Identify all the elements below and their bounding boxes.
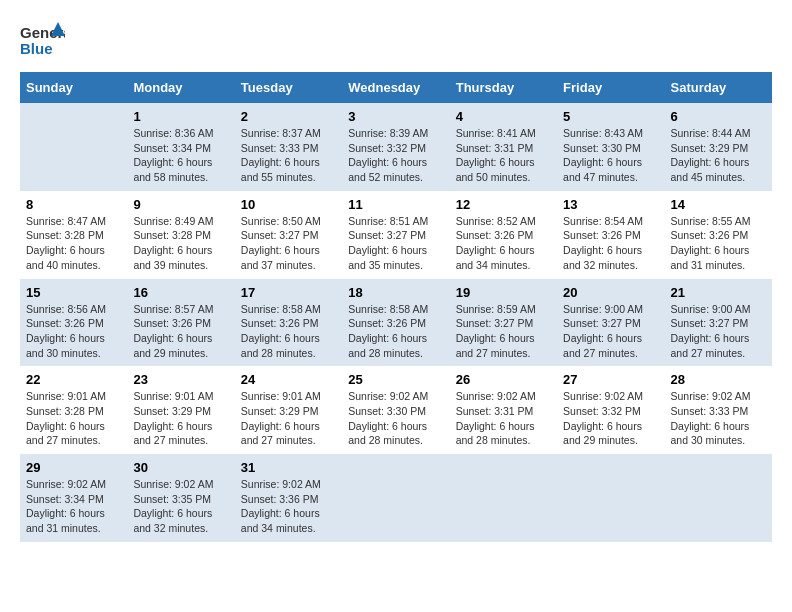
calendar-cell: 2 Sunrise: 8:37 AM Sunset: 3:33 PM Dayli…	[235, 103, 342, 191]
calendar-cell: 9 Sunrise: 8:49 AM Sunset: 3:28 PM Dayli…	[127, 191, 234, 279]
calendar-body: 1 Sunrise: 8:36 AM Sunset: 3:34 PM Dayli…	[20, 103, 772, 542]
day-info: Sunrise: 9:02 AM Sunset: 3:30 PM Dayligh…	[348, 390, 428, 446]
day-number: 16	[133, 285, 228, 300]
day-number: 17	[241, 285, 336, 300]
page-header: General Blue	[20, 20, 772, 62]
day-number: 18	[348, 285, 443, 300]
day-info: Sunrise: 9:00 AM Sunset: 3:27 PM Dayligh…	[563, 303, 643, 359]
weekday-header: Tuesday	[235, 72, 342, 103]
weekday-header: Friday	[557, 72, 664, 103]
day-number: 31	[241, 460, 336, 475]
calendar-cell: 15 Sunrise: 8:56 AM Sunset: 3:26 PM Dayl…	[20, 279, 127, 367]
calendar-table: SundayMondayTuesdayWednesdayThursdayFrid…	[20, 72, 772, 542]
calendar-cell: 22 Sunrise: 9:01 AM Sunset: 3:28 PM Dayl…	[20, 366, 127, 454]
calendar-cell: 14 Sunrise: 8:55 AM Sunset: 3:26 PM Dayl…	[665, 191, 772, 279]
calendar-week-row: 8 Sunrise: 8:47 AM Sunset: 3:28 PM Dayli…	[20, 191, 772, 279]
logo-container: General Blue	[20, 20, 65, 62]
day-info: Sunrise: 8:58 AM Sunset: 3:26 PM Dayligh…	[348, 303, 428, 359]
day-number: 26	[456, 372, 551, 387]
calendar-cell: 6 Sunrise: 8:44 AM Sunset: 3:29 PM Dayli…	[665, 103, 772, 191]
calendar-cell: 31 Sunrise: 9:02 AM Sunset: 3:36 PM Dayl…	[235, 454, 342, 542]
calendar-cell: 24 Sunrise: 9:01 AM Sunset: 3:29 PM Dayl…	[235, 366, 342, 454]
day-info: Sunrise: 9:02 AM Sunset: 3:36 PM Dayligh…	[241, 478, 321, 534]
day-number: 30	[133, 460, 228, 475]
calendar-cell: 11 Sunrise: 8:51 AM Sunset: 3:27 PM Dayl…	[342, 191, 449, 279]
calendar-cell: 3 Sunrise: 8:39 AM Sunset: 3:32 PM Dayli…	[342, 103, 449, 191]
day-info: Sunrise: 9:02 AM Sunset: 3:33 PM Dayligh…	[671, 390, 751, 446]
day-number: 8	[26, 197, 121, 212]
day-info: Sunrise: 8:43 AM Sunset: 3:30 PM Dayligh…	[563, 127, 643, 183]
day-number: 2	[241, 109, 336, 124]
day-number: 14	[671, 197, 766, 212]
day-info: Sunrise: 8:55 AM Sunset: 3:26 PM Dayligh…	[671, 215, 751, 271]
weekday-header: Sunday	[20, 72, 127, 103]
weekday-header: Saturday	[665, 72, 772, 103]
day-info: Sunrise: 8:51 AM Sunset: 3:27 PM Dayligh…	[348, 215, 428, 271]
day-number: 1	[133, 109, 228, 124]
day-number: 27	[563, 372, 658, 387]
day-number: 23	[133, 372, 228, 387]
calendar-cell: 4 Sunrise: 8:41 AM Sunset: 3:31 PM Dayli…	[450, 103, 557, 191]
day-info: Sunrise: 8:56 AM Sunset: 3:26 PM Dayligh…	[26, 303, 106, 359]
day-info: Sunrise: 9:01 AM Sunset: 3:29 PM Dayligh…	[133, 390, 213, 446]
day-info: Sunrise: 8:54 AM Sunset: 3:26 PM Dayligh…	[563, 215, 643, 271]
calendar-cell: 8 Sunrise: 8:47 AM Sunset: 3:28 PM Dayli…	[20, 191, 127, 279]
day-number: 12	[456, 197, 551, 212]
calendar-cell: 18 Sunrise: 8:58 AM Sunset: 3:26 PM Dayl…	[342, 279, 449, 367]
day-info: Sunrise: 8:59 AM Sunset: 3:27 PM Dayligh…	[456, 303, 536, 359]
weekday-header: Thursday	[450, 72, 557, 103]
day-number: 9	[133, 197, 228, 212]
day-number: 15	[26, 285, 121, 300]
calendar-cell	[20, 103, 127, 191]
calendar-week-row: 15 Sunrise: 8:56 AM Sunset: 3:26 PM Dayl…	[20, 279, 772, 367]
calendar-cell: 28 Sunrise: 9:02 AM Sunset: 3:33 PM Dayl…	[665, 366, 772, 454]
day-info: Sunrise: 9:01 AM Sunset: 3:29 PM Dayligh…	[241, 390, 321, 446]
day-number: 4	[456, 109, 551, 124]
calendar-cell: 13 Sunrise: 8:54 AM Sunset: 3:26 PM Dayl…	[557, 191, 664, 279]
day-number: 25	[348, 372, 443, 387]
weekday-header: Wednesday	[342, 72, 449, 103]
logo-graphic: General Blue	[20, 20, 65, 62]
day-number: 11	[348, 197, 443, 212]
day-info: Sunrise: 9:00 AM Sunset: 3:27 PM Dayligh…	[671, 303, 751, 359]
calendar-cell: 20 Sunrise: 9:00 AM Sunset: 3:27 PM Dayl…	[557, 279, 664, 367]
day-info: Sunrise: 9:02 AM Sunset: 3:31 PM Dayligh…	[456, 390, 536, 446]
day-number: 10	[241, 197, 336, 212]
day-info: Sunrise: 8:37 AM Sunset: 3:33 PM Dayligh…	[241, 127, 321, 183]
calendar-cell	[450, 454, 557, 542]
calendar-cell	[557, 454, 664, 542]
day-info: Sunrise: 8:52 AM Sunset: 3:26 PM Dayligh…	[456, 215, 536, 271]
day-info: Sunrise: 8:50 AM Sunset: 3:27 PM Dayligh…	[241, 215, 321, 271]
calendar-week-row: 29 Sunrise: 9:02 AM Sunset: 3:34 PM Dayl…	[20, 454, 772, 542]
day-number: 28	[671, 372, 766, 387]
day-number: 19	[456, 285, 551, 300]
calendar-cell: 19 Sunrise: 8:59 AM Sunset: 3:27 PM Dayl…	[450, 279, 557, 367]
calendar-cell: 5 Sunrise: 8:43 AM Sunset: 3:30 PM Dayli…	[557, 103, 664, 191]
calendar-cell: 27 Sunrise: 9:02 AM Sunset: 3:32 PM Dayl…	[557, 366, 664, 454]
day-info: Sunrise: 9:02 AM Sunset: 3:34 PM Dayligh…	[26, 478, 106, 534]
day-number: 6	[671, 109, 766, 124]
calendar-cell: 1 Sunrise: 8:36 AM Sunset: 3:34 PM Dayli…	[127, 103, 234, 191]
weekday-header: Monday	[127, 72, 234, 103]
day-info: Sunrise: 8:58 AM Sunset: 3:26 PM Dayligh…	[241, 303, 321, 359]
svg-text:Blue: Blue	[20, 40, 53, 57]
day-number: 29	[26, 460, 121, 475]
day-number: 5	[563, 109, 658, 124]
calendar-header: SundayMondayTuesdayWednesdayThursdayFrid…	[20, 72, 772, 103]
day-number: 3	[348, 109, 443, 124]
day-number: 21	[671, 285, 766, 300]
day-info: Sunrise: 9:01 AM Sunset: 3:28 PM Dayligh…	[26, 390, 106, 446]
day-number: 20	[563, 285, 658, 300]
day-info: Sunrise: 8:57 AM Sunset: 3:26 PM Dayligh…	[133, 303, 213, 359]
day-info: Sunrise: 8:47 AM Sunset: 3:28 PM Dayligh…	[26, 215, 106, 271]
calendar-cell	[665, 454, 772, 542]
day-info: Sunrise: 8:36 AM Sunset: 3:34 PM Dayligh…	[133, 127, 213, 183]
calendar-cell: 25 Sunrise: 9:02 AM Sunset: 3:30 PM Dayl…	[342, 366, 449, 454]
day-info: Sunrise: 8:44 AM Sunset: 3:29 PM Dayligh…	[671, 127, 751, 183]
day-info: Sunrise: 8:49 AM Sunset: 3:28 PM Dayligh…	[133, 215, 213, 271]
day-number: 22	[26, 372, 121, 387]
calendar-week-row: 1 Sunrise: 8:36 AM Sunset: 3:34 PM Dayli…	[20, 103, 772, 191]
day-number: 24	[241, 372, 336, 387]
calendar-cell: 12 Sunrise: 8:52 AM Sunset: 3:26 PM Dayl…	[450, 191, 557, 279]
calendar-cell: 26 Sunrise: 9:02 AM Sunset: 3:31 PM Dayl…	[450, 366, 557, 454]
